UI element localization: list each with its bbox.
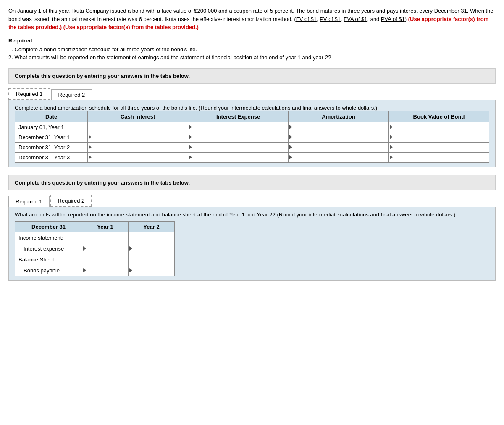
cash-input-dec31-yr1[interactable] (93, 133, 187, 141)
book-input-dec31-yr2[interactable] (394, 143, 488, 151)
arrow-icon (289, 125, 292, 129)
section2-tabs: Required 1 Required 2 (8, 195, 496, 207)
col-amort: Amortization (289, 111, 389, 122)
arrow-icon (189, 155, 192, 159)
interest-dec31-yr1[interactable] (188, 132, 289, 142)
interest-dec31-yr3[interactable] (188, 152, 289, 162)
income-statement-label: Income statement: (15, 232, 82, 243)
income-yr1-input[interactable] (83, 234, 121, 242)
cash-input-dec31-yr3[interactable] (93, 153, 187, 161)
section2-tab-text: What amounts will be reported on the inc… (15, 211, 489, 218)
section1: Complete this question by entering your … (8, 68, 496, 167)
income-yr1[interactable] (82, 232, 129, 243)
required-item-2: 2. What amounts will be reported on the … (8, 54, 496, 61)
bonds-yr2[interactable] (129, 265, 175, 276)
bonds-yr1-input[interactable] (88, 267, 126, 275)
tab-required1[interactable]: Required 1 (8, 88, 50, 100)
int-exp-yr1-input[interactable] (88, 245, 126, 253)
amort-jan01[interactable] (289, 122, 389, 132)
interest-input-dec31-yr3[interactable] (194, 153, 287, 161)
amort-dec31-yr1[interactable] (289, 132, 389, 142)
cash-dec31-yr1[interactable] (88, 132, 188, 142)
amort-input-dec31-yr1[interactable] (294, 133, 388, 141)
col-book-value: Book Value of Bond (389, 111, 489, 122)
bs-yr1-input[interactable] (83, 256, 121, 264)
arrow-icon (289, 135, 292, 139)
bonds-payable-label: Bonds payable (15, 265, 82, 276)
arrow-icon (289, 155, 292, 159)
table-row: Bonds payable (15, 265, 175, 276)
cash-input-jan01[interactable] (89, 123, 187, 131)
arrow-icon (390, 145, 393, 149)
arrow-icon (89, 135, 92, 139)
section1-tab-text: Complete a bond amortization schedule fo… (15, 105, 489, 111)
income-yr2[interactable] (129, 232, 175, 243)
int-exp-yr2[interactable] (129, 243, 175, 254)
bonds-yr1[interactable] (82, 265, 129, 276)
income-yr2-input[interactable] (129, 234, 167, 242)
book-dec31-yr2[interactable] (389, 142, 489, 152)
book-jan01[interactable] (389, 122, 489, 132)
book-input-jan01[interactable] (394, 123, 488, 131)
bs-yr1[interactable] (82, 254, 129, 265)
pv-link[interactable]: PV of $1 (320, 16, 341, 22)
interest-jan01[interactable] (188, 122, 289, 132)
col-date: Date (15, 111, 88, 122)
col-cash: Cash Interest (88, 111, 188, 122)
pva-link[interactable]: PVA of $1 (381, 16, 405, 22)
book-input-dec31-yr1[interactable] (394, 133, 488, 141)
table-row: Balance Sheet: (15, 254, 175, 265)
fva-link[interactable]: FVA of $1 (344, 16, 367, 22)
amort-input-dec31-yr2[interactable] (294, 143, 388, 151)
arrow-icon (189, 125, 192, 129)
book-input-dec31-yr3[interactable] (394, 153, 488, 161)
date-dec31-yr1: December 31, Year 1 (15, 132, 88, 142)
int-exp-yr2-input[interactable] (134, 245, 172, 253)
cash-jan01[interactable] (88, 122, 188, 132)
col-interest-exp: Interest Expense (188, 111, 289, 122)
col-dec31: December 31 (15, 221, 82, 232)
arrow-icon (390, 125, 393, 129)
arrow-icon (390, 135, 393, 139)
section2-tab-content: What amounts will be reported on the inc… (8, 207, 496, 281)
interest-input-dec31-yr1[interactable] (194, 133, 287, 141)
fv-link[interactable]: FV of $1 (296, 16, 317, 22)
required-heading: Required: (8, 37, 496, 44)
tab-required2[interactable]: Required 2 (51, 89, 92, 100)
interest-dec31-yr2[interactable] (188, 142, 289, 152)
arrow-icon (189, 135, 192, 139)
amort-input-jan01[interactable] (294, 123, 388, 131)
book-dec31-yr1[interactable] (389, 132, 489, 142)
interest-input-jan01[interactable] (194, 123, 287, 131)
tab2-required1[interactable]: Required 1 (8, 196, 50, 207)
arrow-icon (289, 145, 292, 149)
bs-yr2-input[interactable] (129, 256, 167, 264)
section2: Complete this question by entering your … (8, 175, 496, 281)
col-year2: Year 2 (129, 221, 175, 232)
interest-input-dec31-yr2[interactable] (194, 143, 287, 151)
amortization-table: Date Cash Interest Interest Expense Amor… (15, 111, 489, 163)
col-year1: Year 1 (82, 221, 129, 232)
balance-sheet-label: Balance Sheet: (15, 254, 82, 265)
arrow-icon (89, 155, 92, 159)
bonds-yr2-input[interactable] (134, 267, 172, 275)
arrow-icon (390, 155, 393, 159)
cash-input-dec31-yr2[interactable] (93, 143, 187, 151)
date-jan01: January 01, Year 1 (15, 122, 88, 132)
tab2-required2[interactable]: Required 2 (50, 195, 92, 207)
amort-dec31-yr2[interactable] (289, 142, 389, 152)
amort-dec31-yr3[interactable] (289, 152, 389, 162)
arrow-icon (83, 268, 86, 272)
amort-input-dec31-yr3[interactable] (294, 153, 388, 161)
section1-tabs: Required 1 Required 2 (8, 88, 496, 100)
section1-tab-content: Complete a bond amortization schedule fo… (8, 100, 496, 167)
table-row: January 01, Year 1 (15, 122, 489, 132)
intro-paragraph: On January 1 of this year, Ikuta Company… (8, 7, 496, 32)
cash-dec31-yr2[interactable] (88, 142, 188, 152)
book-dec31-yr3[interactable] (389, 152, 489, 162)
arrow-icon (89, 145, 92, 149)
int-exp-yr1[interactable] (82, 243, 129, 254)
arrow-icon (189, 145, 192, 149)
cash-dec31-yr3[interactable] (88, 152, 188, 162)
bs-yr2[interactable] (129, 254, 175, 265)
